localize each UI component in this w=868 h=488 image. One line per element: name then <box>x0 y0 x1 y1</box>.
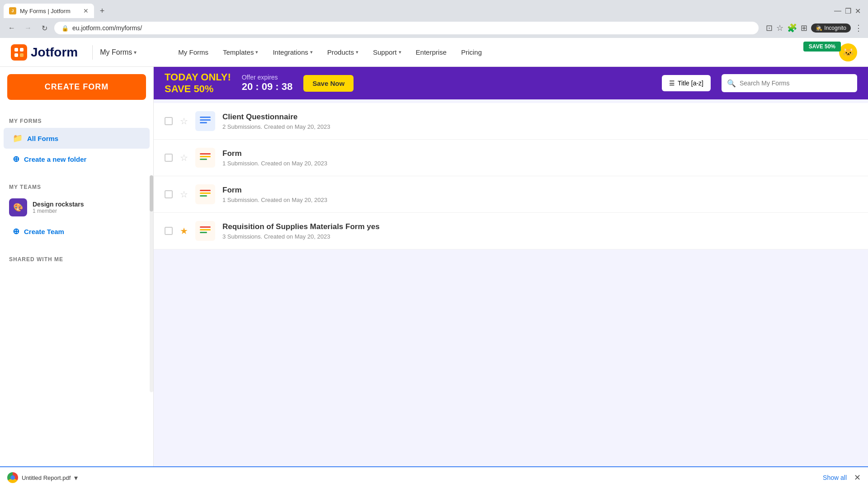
user-avatar[interactable]: 🐱 <box>839 43 857 61</box>
svg-rect-0 <box>11 44 27 61</box>
profile-icon[interactable]: ⊞ <box>801 23 807 33</box>
cast-icon[interactable]: ⊡ <box>766 23 773 33</box>
star-icon[interactable]: ☆ <box>180 189 188 200</box>
offer-label: Offer expires <box>242 74 293 81</box>
bookmark-icon[interactable]: ☆ <box>776 23 783 33</box>
svg-rect-9 <box>200 156 211 157</box>
extensions-icon[interactable]: 🧩 <box>787 23 797 33</box>
nav-right: SAVE 50% 🐱 <box>839 43 857 61</box>
form-info: Form 1 Submission. Created on May 20, 20… <box>222 186 857 203</box>
my-forms-dropdown[interactable]: My Forms ▾ <box>100 48 137 56</box>
search-input[interactable] <box>740 80 852 87</box>
shared-section-label: SHARED WITH ME <box>0 249 153 266</box>
promo-text-block: TODAY ONLY! SAVE 50% <box>165 71 231 95</box>
templates-chevron-icon: ▾ <box>255 49 258 55</box>
sidebar-item-all-forms[interactable]: 📁 All Forms <box>4 128 150 149</box>
nav-templates[interactable]: Templates ▾ <box>217 38 264 67</box>
nav-support[interactable]: Support ▾ <box>368 38 407 67</box>
main-content: TODAY ONLY! SAVE 50% Offer expires 20 : … <box>154 67 868 488</box>
form-info: Requisition of Supplies Materials Form y… <box>222 222 857 240</box>
tab-favicon: J <box>9 7 16 14</box>
team-avatar: 🎨 <box>9 198 27 216</box>
chrome-icon <box>7 472 18 483</box>
form-meta: 3 Submissions. Created on May 20, 2023 <box>222 233 857 240</box>
minimize-button[interactable]: — <box>834 7 841 15</box>
reload-button[interactable]: ↻ <box>38 22 51 34</box>
create-form-button[interactable]: CREATE FORM <box>7 74 146 100</box>
svg-rect-6 <box>200 119 211 121</box>
show-all-button[interactable]: Show all <box>823 474 847 481</box>
star-icon[interactable]: ☆ <box>180 152 188 163</box>
top-navigation: Jotform My Forms ▾ My Forms Templates ▾ … <box>0 38 868 67</box>
promo-today-label: TODAY ONLY! <box>165 71 231 83</box>
download-chevron-icon[interactable]: ▾ <box>74 474 78 482</box>
star-icon[interactable]: ★ <box>180 225 188 236</box>
form-info: Client Questionnaire 2 Submissions. Crea… <box>222 113 857 130</box>
chevron-down-icon: ▾ <box>134 49 137 56</box>
tab-title: My Forms | Jotform <box>20 8 80 14</box>
form-row[interactable]: ★ Requisition of Supplies Materials Form… <box>154 213 868 249</box>
download-bar-close-button[interactable]: ✕ <box>854 473 861 483</box>
promo-save-label: SAVE 50% <box>165 83 231 95</box>
svg-rect-16 <box>200 232 207 233</box>
nav-my-forms[interactable]: My Forms <box>173 38 214 67</box>
sort-button[interactable]: ☰ Title [a-z] <box>662 75 711 91</box>
plus-circle-icon: ⊕ <box>13 226 19 236</box>
form-checkbox[interactable] <box>165 227 173 235</box>
download-bar: Untitled Report.pdf ▾ Show all ✕ <box>0 466 868 488</box>
form-icon <box>195 221 215 241</box>
forward-button[interactable]: → <box>22 22 34 34</box>
logo[interactable]: Jotform <box>11 44 78 61</box>
plus-icon: ⊕ <box>13 154 19 164</box>
tab-close-button[interactable]: ✕ <box>83 7 89 14</box>
form-title: Form <box>222 186 857 195</box>
nav-products[interactable]: Products ▾ <box>322 38 364 67</box>
nav-divider <box>92 45 93 60</box>
sidebar-item-create-folder[interactable]: ⊕ Create a new folder <box>4 149 150 169</box>
scrollbar-thumb[interactable] <box>150 175 153 211</box>
browser-tab[interactable]: J My Forms | Jotform ✕ <box>4 4 94 18</box>
nav-enterprise[interactable]: Enterprise <box>410 38 452 67</box>
save-now-button[interactable]: Save Now <box>303 75 354 92</box>
nav-pricing[interactable]: Pricing <box>456 38 487 67</box>
my-forms-section: MY FORMS 📁 All Forms ⊕ Create a new fold… <box>0 107 153 173</box>
svg-rect-8 <box>200 153 211 155</box>
logo-icon <box>11 44 27 61</box>
save-promo-badge[interactable]: SAVE 50% <box>803 42 841 52</box>
logo-text: Jotform <box>31 45 78 60</box>
download-item: Untitled Report.pdf ▾ <box>7 472 78 483</box>
form-checkbox[interactable] <box>165 117 173 125</box>
search-box[interactable]: 🔍 <box>722 74 857 92</box>
form-icon <box>195 184 215 204</box>
star-icon[interactable]: ☆ <box>180 116 188 127</box>
svg-rect-13 <box>200 195 207 197</box>
scrollbar-track <box>150 175 153 392</box>
new-tab-button[interactable]: + <box>96 5 108 17</box>
form-checkbox[interactable] <box>165 154 173 162</box>
form-title: Form <box>222 149 857 158</box>
form-row[interactable]: ☆ Form 1 Submission. Created on May 20, … <box>154 176 868 213</box>
form-title: Requisition of Supplies Materials Form y… <box>222 222 857 231</box>
form-row[interactable]: ☆ Form 1 Submission. Created on May 20, … <box>154 140 868 176</box>
sort-icon: ☰ <box>669 80 675 87</box>
address-bar[interactable]: 🔒 eu.jotform.com/myforms/ <box>54 22 759 34</box>
folder-icon: 📁 <box>13 133 23 143</box>
close-window-button[interactable]: ✕ <box>855 7 861 15</box>
back-button[interactable]: ← <box>5 22 18 34</box>
form-icon <box>195 111 215 131</box>
svg-rect-12 <box>200 192 211 194</box>
svg-rect-3 <box>14 53 18 57</box>
promo-banner: TODAY ONLY! SAVE 50% Offer expires 20 : … <box>154 67 868 99</box>
maximize-button[interactable]: ❐ <box>845 7 851 15</box>
form-checkbox[interactable] <box>165 190 173 198</box>
menu-icon[interactable]: ⋮ <box>854 23 863 33</box>
lock-icon: 🔒 <box>61 25 69 32</box>
team-item[interactable]: 🎨 Design rockstars 1 member <box>0 194 153 221</box>
team-name: Design rockstars <box>33 201 84 208</box>
nav-integrations[interactable]: Integrations ▾ <box>267 38 318 67</box>
svg-rect-2 <box>20 48 24 52</box>
svg-rect-15 <box>200 229 211 230</box>
sidebar-item-create-team[interactable]: ⊕ Create Team <box>4 221 150 242</box>
url-text: eu.jotform.com/myforms/ <box>72 24 751 32</box>
form-row[interactable]: ☆ Client Questionnaire 2 Submissions. Cr… <box>154 103 868 140</box>
